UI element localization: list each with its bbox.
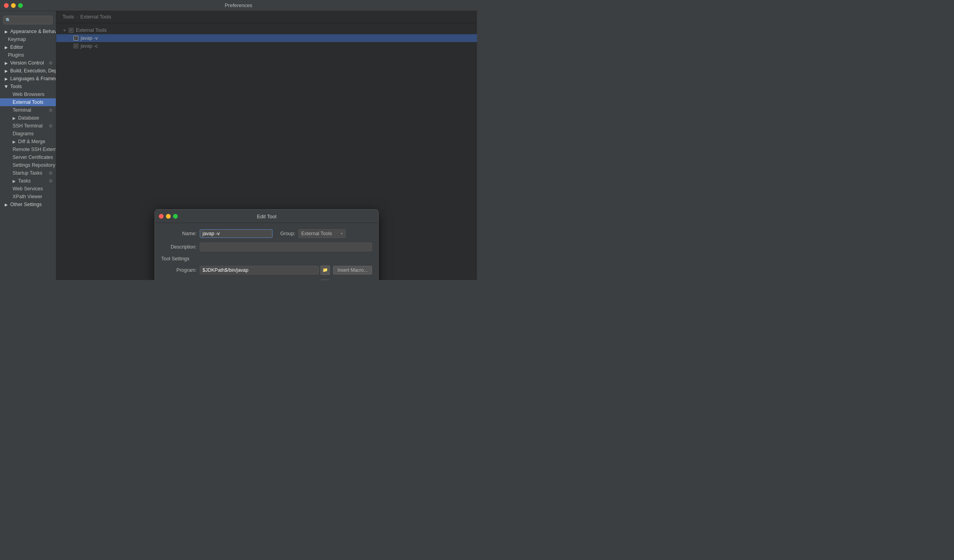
expand-arrow-build: ▶ (5, 69, 8, 73)
sidebar-label-ssh-terminal: SSH Terminal (13, 123, 42, 129)
arguments-insert-macro-button[interactable]: Insert Macro... (333, 280, 372, 280)
sidebar-item-tasks[interactable]: ▶ Tasks ⚙ (0, 177, 56, 185)
minimize-button[interactable] (11, 3, 16, 8)
group-label: Group: (276, 231, 295, 236)
name-label: Name: (161, 231, 197, 236)
name-input[interactable] (200, 229, 273, 238)
sidebar-item-web-services[interactable]: Web Services (0, 185, 56, 193)
sidebar-item-editor[interactable]: ▶ Editor (0, 43, 56, 51)
sidebar-item-remote-ssh[interactable]: Remote SSH External Tools (0, 146, 56, 153)
sidebar-label-server-certs: Server Certificates (13, 155, 53, 160)
sidebar-item-diff-merge[interactable]: ▶ Diff & Merge (0, 138, 56, 146)
sidebar-label-startup-tasks: Startup Tasks (13, 170, 42, 176)
group-select-wrapper[interactable]: External Tools (298, 229, 346, 238)
dialog-maximize-button[interactable] (173, 214, 178, 219)
sidebar-item-plugins[interactable]: Plugins (0, 51, 56, 59)
expand-arrow-db: ▶ (13, 116, 16, 120)
dialog-close-button[interactable] (159, 214, 164, 219)
program-input[interactable] (200, 266, 319, 274)
description-row: Description: (161, 243, 372, 251)
arguments-row: Arguments: ▼ Insert Macro... (161, 280, 372, 280)
tasks-badge: ⚙ (49, 179, 53, 184)
sidebar-label-vc: Version Control (10, 60, 44, 66)
sidebar-item-database[interactable]: ▶ Database (0, 114, 56, 122)
sidebar-item-web-browsers[interactable]: Web Browsers (0, 90, 56, 98)
sidebar-label-build: Build, Execution, Deployment (10, 68, 56, 74)
expand-arrow-lang: ▶ (5, 77, 8, 81)
sidebar-label-appearance: Appearance & Behavior (10, 29, 56, 34)
sidebar-item-settings-repository[interactable]: Settings Repository (0, 161, 56, 169)
search-wrapper[interactable]: 🔍 (3, 16, 53, 24)
sidebar-item-external-tools[interactable]: External Tools (0, 98, 56, 106)
group-select[interactable]: External Tools (298, 229, 346, 238)
sidebar-item-tools[interactable]: ▶ Tools (0, 83, 56, 90)
sidebar-label-settings-repo: Settings Repository (13, 162, 55, 168)
expand-arrow-diff: ▶ (13, 140, 16, 144)
window-title: Preferences (225, 2, 252, 8)
sidebar-label-web-services: Web Services (13, 186, 43, 192)
sidebar-label-terminal: Terminal (13, 107, 31, 113)
description-input[interactable] (200, 243, 372, 251)
sidebar-item-keymap[interactable]: Keymap (0, 35, 56, 43)
sidebar-label-xpath-viewer: XPath Viewer (13, 194, 42, 199)
content-area: Tools › External Tools ▼ External Tools … (56, 11, 477, 280)
sidebar-item-startup-tasks[interactable]: Startup Tasks ⚙ (0, 169, 56, 177)
sidebar-item-terminal[interactable]: Terminal ⚙ (0, 106, 56, 114)
program-insert-macro-button[interactable]: Insert Macro... (333, 266, 372, 274)
sidebar-item-server-certificates[interactable]: Server Certificates (0, 153, 56, 161)
sidebar-label-other-settings: Other Settings (10, 202, 42, 207)
dialog-overlay: Edit Tool Name: Group: External Tools (56, 11, 477, 280)
sidebar-label-plugins: Plugins (8, 52, 24, 58)
sidebar-item-languages[interactable]: ▶ Languages & Frameworks (0, 75, 56, 83)
expand-arrow-vc: ▶ (5, 61, 8, 65)
sidebar-item-version-control[interactable]: ▶ Version Control ⚙ (0, 59, 56, 67)
sidebar-label-web-browsers: Web Browsers (13, 92, 44, 97)
title-bar: Preferences (0, 0, 477, 11)
program-label: Program: (161, 267, 197, 273)
ssh-badge: ⚙ (49, 123, 53, 129)
dialog-window-controls[interactable] (159, 214, 178, 219)
startup-badge: ⚙ (49, 171, 53, 176)
sidebar-label-diff-merge: Diff & Merge (18, 139, 45, 144)
maximize-button[interactable] (18, 3, 23, 8)
sidebar-label-external-tools: External Tools (13, 99, 43, 105)
arguments-input[interactable] (200, 280, 319, 280)
sidebar-item-xpath-viewer[interactable]: XPath Viewer (0, 193, 56, 201)
expand-arrow-tools: ▶ (4, 85, 9, 88)
program-input-group: 📁 (200, 265, 330, 275)
expand-arrow-tasks: ▶ (13, 179, 16, 183)
sidebar-label-lang: Languages & Frameworks (10, 76, 56, 81)
sidebar-item-other-settings[interactable]: ▶ Other Settings (0, 201, 56, 208)
sidebar-label-diagrams: Diagrams (13, 131, 34, 136)
sidebar-item-diagrams[interactable]: Diagrams (0, 130, 56, 138)
sidebar-label-tasks: Tasks (18, 178, 31, 184)
expand-arrow-appearance: ▶ (5, 29, 8, 34)
arguments-browse-button[interactable]: ▼ (320, 280, 330, 280)
sidebar-label-remote-ssh: Remote SSH External Tools (13, 147, 56, 152)
dialog-title-bar: Edit Tool (155, 210, 378, 223)
sidebar-label-database: Database (18, 115, 39, 121)
tool-settings-label: Tool Settings (161, 256, 372, 262)
sidebar-item-build[interactable]: ▶ Build, Execution, Deployment (0, 67, 56, 75)
sidebar-label-tools: Tools (10, 84, 22, 89)
sidebar-item-appearance-behavior[interactable]: ▶ Appearance & Behavior (0, 28, 56, 35)
expand-arrow-editor: ▶ (5, 45, 8, 50)
terminal-badge: ⚙ (49, 108, 53, 113)
program-browse-button[interactable]: 📁 (320, 265, 330, 275)
name-group-row: Name: Group: External Tools (161, 229, 372, 238)
dialog-minimize-button[interactable] (166, 214, 171, 219)
close-button[interactable] (4, 3, 9, 8)
expand-arrow-other: ▶ (5, 203, 8, 207)
edit-tool-dialog: Edit Tool Name: Group: External Tools (155, 209, 379, 280)
search-icon: 🔍 (6, 18, 11, 23)
window-controls[interactable] (4, 3, 23, 8)
arguments-input-group: ▼ (200, 280, 330, 280)
program-row: Program: 📁 Insert Macro... (161, 265, 372, 275)
sidebar-item-ssh-terminal[interactable]: SSH Terminal ⚙ (0, 122, 56, 130)
sidebar-label-editor: Editor (10, 44, 23, 50)
description-label: Description: (161, 244, 197, 250)
sidebar: 🔍 ▶ Appearance & Behavior Keymap ▶ Edito… (0, 11, 56, 280)
dialog-title: Edit Tool (257, 214, 276, 219)
sidebar-label-keymap: Keymap (8, 37, 26, 42)
dialog-body: Name: Group: External Tools Descript (155, 223, 378, 280)
